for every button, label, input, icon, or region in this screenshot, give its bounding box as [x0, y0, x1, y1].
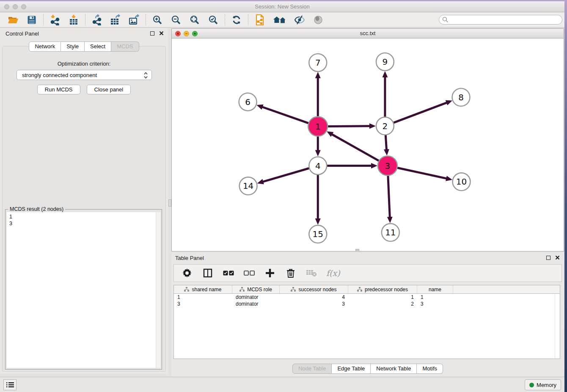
table-cell[interactable]: dominator	[232, 294, 280, 301]
control-panel-header: Control Panel	[0, 28, 168, 39]
export-network-button[interactable]	[91, 14, 103, 26]
render-sphere-button[interactable]	[312, 14, 324, 26]
edge-2-3[interactable]	[385, 135, 386, 150]
clone-network-button[interactable]	[254, 14, 266, 26]
column-label: name	[429, 287, 441, 293]
mcds-result-text[interactable]: 13	[7, 212, 160, 368]
export-table-button[interactable]	[110, 14, 121, 26]
table-cell[interactable]: 1	[348, 294, 417, 301]
save-session-button[interactable]	[26, 14, 38, 26]
eye-slash-icon	[294, 15, 305, 25]
column-header-successor-nodes[interactable]: successor nodes	[280, 285, 348, 293]
window-controls	[4, 4, 26, 9]
network-window-titlebar[interactable]: scc.txt	[172, 29, 564, 39]
table-options-button[interactable]	[181, 267, 193, 279]
tab-mcds[interactable]: MCDS	[111, 41, 139, 52]
fx-icon: f(x)	[326, 268, 340, 278]
network-maximize-button[interactable]	[192, 31, 198, 36]
search-input[interactable]	[450, 16, 562, 24]
table-cell[interactable]: 3	[417, 301, 453, 307]
table-cell[interactable]: 2	[348, 301, 417, 307]
close-table-panel-icon[interactable]	[555, 255, 560, 260]
column-header-shared-name[interactable]: shared name	[174, 285, 232, 293]
edge-4-14[interactable]	[262, 168, 309, 182]
add-row-button[interactable]	[264, 267, 276, 279]
function-builder-button[interactable]: f(x)	[326, 268, 340, 278]
import-table-button[interactable]	[68, 14, 80, 26]
node-label-7: 7	[315, 58, 321, 68]
close-panel-button[interactable]: Close panel	[87, 85, 131, 94]
float-panel-icon[interactable]	[150, 31, 154, 36]
close-window-button[interactable]	[4, 4, 9, 9]
table-cell[interactable]: 4	[280, 294, 348, 301]
tree-icon	[239, 287, 245, 292]
tab-style[interactable]: Style	[61, 41, 85, 52]
edge-3-11[interactable]	[388, 175, 390, 218]
result-scrollbar[interactable]	[156, 212, 160, 368]
table-cell[interactable]: 1	[417, 294, 453, 301]
deselect-all-rows-button[interactable]	[243, 267, 255, 279]
search-box[interactable]	[439, 15, 562, 25]
select-all-rows-button[interactable]	[223, 267, 234, 279]
column-header-MCDS-role[interactable]: MCDS role	[232, 285, 280, 293]
network-canvas[interactable]: 7968124314101511	[172, 39, 563, 251]
tab-node-table[interactable]: Node Table	[292, 364, 332, 374]
node-table[interactable]: shared nameMCDS rolesuccessor nodesprede…	[173, 285, 560, 359]
table-cell[interactable]: dominator	[232, 301, 280, 307]
export-image-button[interactable]	[128, 14, 140, 26]
float-table-panel-icon[interactable]	[546, 256, 550, 260]
select-chevrons-icon	[143, 72, 148, 79]
horizontal-splitter-handle[interactable]	[355, 249, 359, 251]
vertical-splitter-handle[interactable]	[168, 199, 171, 207]
result-line: 3	[9, 220, 158, 227]
export-table-icon	[110, 14, 121, 25]
zoom-selected-button[interactable]	[207, 14, 219, 26]
zoom-in-button[interactable]	[151, 14, 163, 26]
tab-select[interactable]: Select	[85, 41, 111, 52]
minimize-window-button[interactable]	[13, 4, 18, 9]
network-graph[interactable]: 7968124314101511	[172, 39, 563, 251]
import-network-button[interactable]	[49, 14, 61, 26]
edge-3-10[interactable]	[397, 168, 447, 179]
table-cell[interactable]: 3	[174, 301, 232, 307]
column-header-name[interactable]: name	[417, 285, 453, 293]
tab-motifs[interactable]: Motifs	[417, 364, 443, 374]
hide-preview-button[interactable]	[294, 14, 306, 26]
control-panel: Control Panel Optimization criterion: st…	[0, 28, 168, 374]
edge-arrow-3-10	[446, 176, 452, 181]
edge-2-8[interactable]	[394, 102, 447, 123]
table-row[interactable]: 1dominator411	[174, 294, 560, 301]
delete-table-button[interactable]	[306, 267, 317, 279]
network-minimize-button[interactable]	[184, 31, 189, 36]
edge-1-2[interactable]	[328, 126, 370, 127]
table-cell[interactable]: 3	[280, 301, 348, 307]
table-scrollbar[interactable]	[555, 294, 560, 359]
open-session-button[interactable]	[7, 14, 19, 26]
memory-button[interactable]: Memory	[525, 379, 561, 390]
edge-3-1[interactable]	[331, 134, 379, 161]
table-row[interactable]: 3dominator323	[174, 301, 560, 307]
delete-row-button[interactable]	[285, 267, 297, 279]
node-label-4: 4	[315, 161, 321, 171]
tab-network[interactable]: Network	[29, 41, 61, 52]
column-header-predecessor-nodes[interactable]: predecessor nodes	[348, 285, 417, 293]
refresh-button[interactable]	[231, 14, 242, 26]
memory-label: Memory	[537, 382, 556, 388]
criterion-value: strongly connected component	[22, 72, 97, 78]
zoom-fit-button[interactable]	[189, 14, 201, 26]
table-cell[interactable]: 1	[174, 294, 232, 301]
tab-edge-table[interactable]: Edge Table	[332, 364, 371, 374]
edge-1-6[interactable]	[262, 107, 309, 123]
tab-network-table[interactable]: Network Table	[371, 364, 417, 374]
column-visibility-button[interactable]	[202, 267, 214, 279]
app-window: Session: New Session	[0, 1, 564, 392]
network-close-button[interactable]	[175, 31, 181, 36]
criterion-select[interactable]: strongly connected component	[17, 70, 152, 80]
window-title: Session: New Session	[0, 1, 564, 12]
home-button[interactable]	[272, 14, 287, 26]
show-panels-button[interactable]	[3, 379, 17, 390]
run-mcds-button[interactable]: Run MCDS	[37, 85, 80, 94]
close-panel-icon[interactable]	[159, 31, 164, 36]
zoom-out-button[interactable]	[170, 14, 182, 26]
maximize-window-button[interactable]	[21, 4, 26, 9]
